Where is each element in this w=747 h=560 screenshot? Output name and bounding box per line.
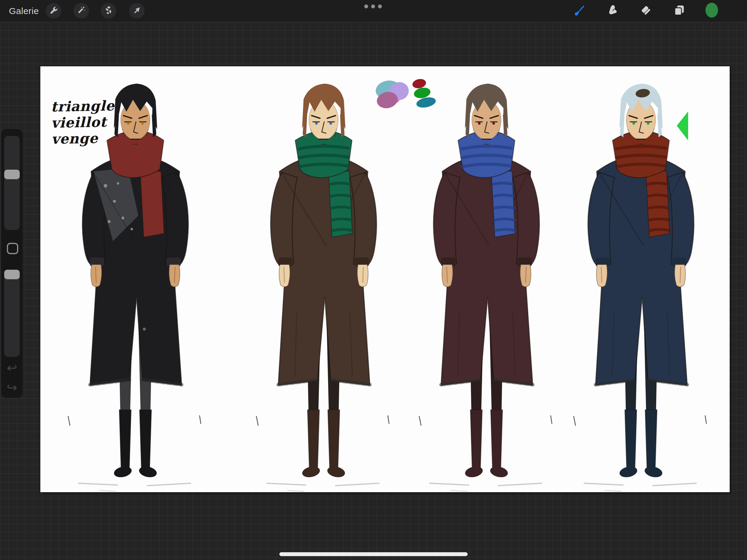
smudge-tool-button[interactable] [604,2,621,19]
modify-button[interactable] [7,243,18,254]
character-figure-variant-4 [574,84,706,491]
actions-button[interactable] [46,3,61,19]
transform-button[interactable] [129,3,145,19]
artwork: trianglevieillotvenge [40,66,730,492]
dot [378,4,382,8]
marker-triangle [677,111,688,140]
procreate-workspace: Galerie [0,0,747,560]
toolbar-left-group: Galerie [0,0,39,22]
eraser-icon [639,4,652,18]
transform-arrow-icon [132,5,141,16]
gallery-button[interactable]: Galerie [9,6,39,16]
brush-opacity-slider[interactable] [4,270,20,357]
dot [364,4,368,8]
paint-tool-button[interactable] [571,2,588,19]
character-figure-variant-3 [419,84,552,491]
drawing-canvas[interactable]: trianglevieillotvenge [40,66,730,492]
svg-text:triangle: triangle [51,98,115,115]
magic-wand-icon [77,5,86,16]
layers-button[interactable] [671,2,688,19]
undo-button[interactable]: ↩ [1,359,23,376]
selection-s-icon [104,5,113,16]
canvas-options-handle[interactable] [364,4,382,8]
wrench-icon [49,5,58,16]
dot [371,4,375,8]
layers-icon [673,4,686,18]
brush-sidebar: ↩ ↪ [1,129,23,398]
character-figure-variant-2 [256,84,389,491]
color-swatch-circle [704,2,720,19]
selection-button[interactable] [101,3,116,19]
svg-text:venge: venge [51,130,99,147]
brush-size-handle[interactable] [4,170,20,179]
redo-button[interactable]: ↪ [1,379,23,396]
smudge-icon [606,4,619,18]
annotation-text: trianglevieillotvenge [51,98,116,147]
erase-tool-button[interactable] [637,2,654,19]
brush-opacity-handle[interactable] [4,270,20,279]
paintbrush-icon [573,4,586,18]
color-button[interactable] [703,2,720,19]
top-toolbar: Galerie [0,0,747,22]
svg-text:vieillot: vieillot [51,114,108,131]
adjustments-button[interactable] [74,3,89,19]
palette-blobs [374,78,437,110]
brush-size-slider[interactable] [4,136,20,230]
home-indicator[interactable] [279,552,468,556]
